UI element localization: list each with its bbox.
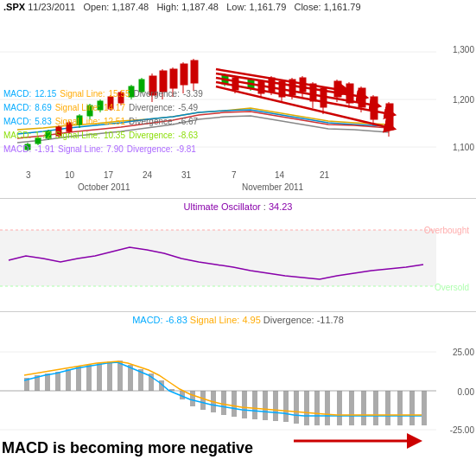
macd-bottom-div-val: -11.78 [317, 315, 344, 325]
svg-rect-34 [181, 64, 187, 85]
macd-bottom-title: MACD: [132, 315, 162, 325]
svg-rect-52 [300, 78, 306, 92]
price-1100: 1,100 [453, 143, 474, 152]
chart-date: 11/23/2011 [28, 2, 75, 12]
november-label: November 2011 [242, 182, 303, 192]
price-1200: 1,200 [453, 95, 474, 105]
x-label-3: 3 [26, 170, 31, 180]
overbought-label: Overbought [424, 226, 469, 235]
close-label: Close: [294, 2, 321, 12]
macd-bottom-signal-val: 4.95 [242, 315, 260, 325]
macd-bottom-val: -6.83 [166, 315, 187, 325]
open-value: 1,187.48 [111, 2, 149, 12]
uo-title: Ultimate Oscillator [184, 201, 261, 212]
x-label-17: 17 [104, 170, 113, 180]
x-label-31: 31 [181, 170, 191, 180]
macd-row-3: MACD: 5.83 Signal Line: 12.51 Divergence… [3, 115, 203, 128]
svg-rect-54 [310, 84, 316, 101]
svg-rect-44 [258, 81, 264, 93]
macd-labels-overlay: MACD: 12.15 Signal Line: 15.55 Divergenc… [3, 87, 203, 156]
svg-rect-60 [346, 84, 353, 103]
macd-bottom-header: MACD: -6.83 Signal Line: 4.95 Divergence… [132, 315, 344, 325]
svg-rect-73 [0, 230, 436, 286]
ticker-symbol: .SPX [3, 2, 25, 12]
x-label-24: 24 [143, 170, 152, 180]
x-label-21: 21 [320, 170, 329, 180]
svg-rect-50 [289, 80, 295, 95]
svg-rect-66 [386, 104, 393, 130]
x-label-7: 7 [232, 170, 237, 180]
uo-header: Ultimate Oscillator : 34.23 [184, 201, 293, 212]
macd-row-2: MACD: 8.69 Signal Line: 14.17 Divergence… [3, 101, 203, 114]
macd-price-neg25: -25.00 [450, 425, 474, 435]
month-labels: October 2011 November 2011 [0, 182, 436, 195]
macd-price-25: 25.00 [453, 348, 474, 357]
svg-rect-42 [232, 78, 238, 90]
chart-container: .SPX 11/23/2011 Open: 1,187.48 High: 1,1… [0, 0, 476, 466]
svg-rect-64 [371, 97, 378, 119]
uo-value: 34.23 [269, 201, 293, 212]
svg-rect-38 [222, 75, 228, 84]
macd-bottom-section: MACD: -6.83 Signal Line: 4.95 Divergence… [0, 313, 476, 466]
x-label-10: 10 [65, 170, 74, 180]
svg-rect-62 [359, 88, 365, 107]
high-label: High: [156, 2, 179, 12]
close-value: 1,161.79 [324, 2, 361, 12]
low-value: 1,161.79 [249, 2, 286, 12]
macd-row-4: MACD: 1.72 Signal Line: 10.35 Divergence… [3, 129, 203, 142]
oversold-label: Oversold [435, 283, 469, 292]
ultimate-oscillator-section: Ultimate Oscillator : 34.23 Overbought O… [0, 200, 476, 312]
svg-rect-48 [279, 81, 285, 97]
price-1300: 1,300 [453, 45, 474, 54]
october-label: October 2011 [78, 182, 130, 192]
x-axis: 3 10 17 24 31 7 14 21 [0, 169, 436, 181]
macd-price-0: 0.00 [458, 387, 474, 397]
svg-rect-56 [321, 88, 327, 107]
main-chart: .SPX 11/23/2011 Open: 1,187.48 High: 1,1… [0, 0, 476, 199]
svg-rect-32 [170, 69, 177, 88]
x-label-14: 14 [275, 170, 284, 180]
high-value: 1,187.48 [181, 2, 219, 12]
open-label: Open: [83, 2, 109, 12]
uo-chart [0, 200, 436, 312]
macd-bottom-signal-label: Signal Line: [190, 315, 240, 325]
macd-row-1: MACD: 12.15 Signal Line: 15.55 Divergenc… [3, 87, 203, 100]
price-axis: 1,300 1,200 1,100 [437, 0, 476, 198]
svg-rect-58 [334, 81, 341, 97]
svg-rect-36 [191, 61, 198, 83]
macd-row-5: MACD: -1.91 Signal Line: 7.90 Divergence… [3, 143, 203, 156]
macd-annotation: MACD is becoming more negative [2, 439, 253, 457]
svg-rect-46 [269, 78, 275, 92]
chart-header: .SPX 11/23/2011 Open: 1,187.48 High: 1,1… [3, 2, 361, 12]
macd-bottom-div-label: Divergence: [263, 315, 314, 325]
low-label: Low: [226, 2, 246, 12]
svg-rect-40 [248, 80, 254, 88]
